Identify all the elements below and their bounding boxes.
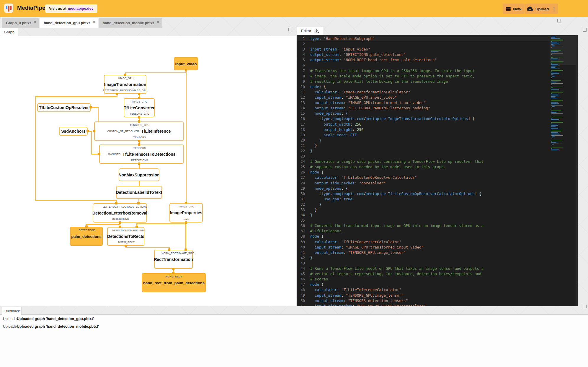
- line-number: 20: [297, 138, 310, 143]
- line-number: 31: [297, 197, 310, 202]
- node-title-row: ImageProperties: [170, 210, 202, 215]
- code-line: 38node {: [297, 234, 550, 239]
- minimap-line: [551, 151, 551, 151]
- minimap-line: [551, 101, 561, 101]
- port-label: LETTERBOX_PADDING: [103, 89, 132, 92]
- minimap-line: [552, 107, 554, 107]
- node-title: TfLiteConverter: [124, 105, 154, 110]
- minimap-line: [552, 144, 554, 144]
- line-number: 32: [297, 202, 310, 207]
- tab-close-icon[interactable]: ✕: [34, 20, 36, 24]
- feedback-message: Uploaded graph 'hand_detection_mobile.pb…: [17, 324, 99, 329]
- upload-button[interactable]: Upload ⋮: [525, 4, 558, 14]
- minimap-line: [551, 85, 551, 85]
- port-square: [124, 74, 126, 76]
- feedback-source: Uploader: [3, 317, 17, 321]
- port-square: [138, 116, 140, 118]
- node-title: TfLiteCustomOpResolver: [39, 105, 89, 110]
- port-label: IMAGE_SIZE: [129, 229, 145, 232]
- graph-edge: [91, 131, 92, 155]
- port-square: [119, 226, 121, 228]
- minimap-line: [551, 109, 551, 109]
- download-icon[interactable]: [314, 28, 320, 34]
- line-number: 3: [297, 47, 310, 52]
- code-line: 18 output_height: 256: [297, 127, 550, 132]
- minimap-line: [551, 111, 561, 111]
- node-title: ImageTransformation: [104, 82, 146, 87]
- code-text: node_options: {: [310, 111, 348, 116]
- new-button[interactable]: New: [503, 4, 525, 14]
- code-text: # supports custom ops needed by the mode…: [310, 164, 446, 170]
- graph-canvas-panel[interactable]: input_videoIMAGE_GPULETTERBOX_PADDINGIMA…: [0, 36, 296, 306]
- tab-editor[interactable]: Editor: [297, 27, 324, 35]
- graph-node[interactable]: TENSORSDETECTIONSANCHORSTfLiteTensorsToD…: [99, 144, 184, 164]
- upload-menu-kebab-icon[interactable]: ⋮: [552, 6, 556, 12]
- node-title: DetectionLabelIdToText: [116, 190, 162, 195]
- line-number: 43: [297, 261, 310, 266]
- code-line: 24# Generates a single side packet conta…: [297, 159, 550, 164]
- tab-close-icon[interactable]: ✕: [92, 20, 95, 24]
- code-text: node {: [310, 234, 324, 239]
- cloud-upload-icon: [527, 7, 533, 11]
- tab-close-icon[interactable]: ✕: [156, 20, 159, 24]
- graph-node[interactable]: IMAGE_GPUSIZEImageProperties: [169, 203, 203, 223]
- expand-tabs-icon[interactable]: [557, 19, 561, 22]
- expand-editor-panel-icon[interactable]: [583, 28, 587, 32]
- code-editor[interactable]: 1type: "HandDetectionSubgraph"23input_st…: [297, 35, 578, 306]
- minimap[interactable]: [550, 35, 576, 306]
- node-title: SsdAnchors: [61, 129, 85, 134]
- port-square: [135, 226, 138, 228]
- feedback-log: UploaderUploaded graph 'hand_detection_g…: [0, 314, 588, 367]
- graph-node[interactable]: DETECTIONSIMAGE_SIZENORM_RECTDetectionsT…: [107, 227, 144, 246]
- graph-node[interactable]: TENSORS_GPUTENSORSCUSTOM_OP_RESOLVERTfLi…: [94, 121, 184, 141]
- code-text: output_width: 256: [310, 122, 361, 127]
- port-square: [89, 106, 92, 108]
- document-tab[interactable]: hand_detection_mobile.pbtxt✕: [99, 18, 162, 28]
- expand-feedback-panel-icon[interactable]: [583, 305, 587, 308]
- minimap-line: [551, 115, 551, 116]
- code-line: 46# scores.: [297, 277, 550, 282]
- graph-node[interactable]: NORM_RECThand_rect_from_palm_detections: [142, 273, 206, 292]
- code-text: }: [310, 207, 317, 212]
- graph-node[interactable]: IMAGE_GPULETTERBOX_PADDINGIMAGE_GPUImage…: [104, 75, 146, 94]
- port-label: IMAGE_GPU: [132, 89, 147, 92]
- expand-graph-panel-icon[interactable]: [288, 28, 292, 31]
- graph-node[interactable]: LETTERBOX_PADDINGDETECTIONSDETECTIONSDet…: [93, 203, 147, 223]
- code-text: }: [310, 138, 321, 143]
- port-square: [138, 97, 140, 99]
- graph-node[interactable]: NORM_RECTIMAGE_SIZERectTransformation: [154, 250, 193, 269]
- minimap-line: [552, 84, 554, 84]
- line-number: 44: [297, 266, 310, 271]
- code-text: output_stream: "DETECTIONS:palm_detectio…: [310, 52, 406, 57]
- mediapipe-dev-link[interactable]: mediapipe.dev: [68, 7, 94, 11]
- document-tab[interactable]: hand_detection_gpu.pbtxt✕: [40, 18, 98, 28]
- tab-feedback[interactable]: Feedback: [2, 307, 22, 315]
- line-number: 42: [297, 255, 310, 261]
- minimap-line: [551, 138, 552, 138]
- editor-scrollbar[interactable]: [576, 35, 578, 306]
- code-line: 36# Converts the transformed input image…: [297, 223, 550, 228]
- tab-graph[interactable]: Graph: [0, 28, 18, 36]
- port-label: DETECTIONS: [112, 217, 129, 220]
- document-tab[interactable]: Graph_0.pbtxt✕: [2, 18, 39, 28]
- line-number: 34: [297, 212, 310, 218]
- graph-node[interactable]: input_video: [174, 57, 198, 70]
- code-line: 14 output_stream: "LETTERBOX_PADDING:let…: [297, 105, 550, 111]
- graph-edge: [86, 224, 120, 225]
- minimap-line: [551, 79, 551, 79]
- code-line: 11 calculator: "ImageTransformationCalcu…: [297, 90, 550, 95]
- graph-node[interactable]: NonMaxSuppression: [119, 168, 159, 181]
- port-label: IMAGE_GPU: [118, 77, 133, 80]
- graph-node[interactable]: TfLiteCustomOpResolver: [37, 103, 91, 112]
- graph-node[interactable]: DetectionLabelIdToText: [116, 186, 162, 199]
- graph-node[interactable]: DETECTIONSpalm_detections: [70, 227, 103, 246]
- code-line: 50 output_stream: "TENSORS:detection_ten…: [297, 298, 550, 303]
- line-number: 50: [297, 298, 310, 303]
- graph-node[interactable]: SsdAnchors: [59, 127, 88, 136]
- minimap-line: [551, 146, 551, 146]
- line-number: 41: [297, 250, 310, 255]
- line-number: 6: [297, 63, 310, 68]
- graph-node[interactable]: IMAGE_GPUTENSORS_GPUTfLiteConverter: [124, 98, 155, 117]
- code-line: 47node {: [297, 282, 550, 287]
- document-tab-label: Graph_0.pbtxt: [6, 21, 31, 25]
